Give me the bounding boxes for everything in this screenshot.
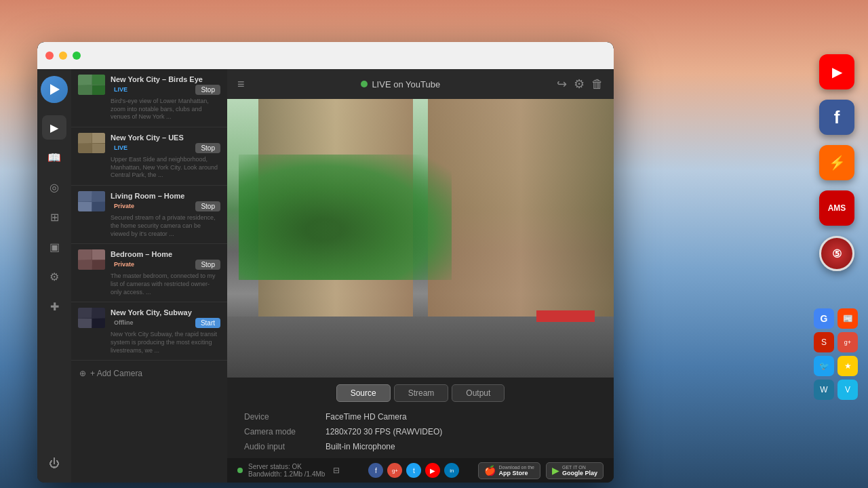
sidebar-item-power[interactable]: ⏻ [42,451,66,476]
live-indicator: LIVE on YouTube [361,79,440,89]
camera-item-nyc-ues[interactable]: New York City – UES LIVE Stop Upper East… [71,127,227,186]
google-small-icon[interactable]: G [814,308,834,329]
power-icon: ⏻ [49,458,60,470]
stop-button-living[interactable]: Stop [195,201,220,211]
facebook-social-icon[interactable]: f [368,463,383,478]
camera-mode-label: Camera mode [244,427,312,436]
audio-input-value: Built-in Microphone [326,442,395,451]
camera-list: New York City – Birds Eye LIVE Stop Bird… [71,69,227,483]
road-surface [227,317,614,378]
sidebar-item-monitor[interactable]: ▣ [42,235,66,259]
vimeo-small-icon[interactable]: V [837,380,858,400]
camera-thumb-nyc-birds [78,75,105,95]
sidebar-item-grid[interactable]: ⊞ [42,205,66,229]
bottom-panel: Source Stream Output Device FaceTime HD … [227,378,614,458]
wordpress-small-icon[interactable]: W [814,380,834,400]
maximize-button[interactable] [73,52,81,60]
stop-button-nyc-ues[interactable]: Stop [195,143,220,153]
close-button[interactable] [45,52,54,60]
reddit-small-icon[interactable]: 📰 [837,308,858,329]
camera-thumb-nyc-ues [78,133,105,153]
google-play-icon: ▶ [552,465,559,476]
camera-description: New York City Subway, the rapid transit … [111,331,220,354]
delete-button[interactable]: 🗑 [591,77,604,92]
camera-name: New York City – UES [111,134,220,142]
youtube-dock-icon[interactable]: ▶ [819,54,854,89]
twitter-small-icon[interactable]: 🐦 [814,356,834,376]
minimize-button[interactable] [59,52,67,60]
camera-thumb-bedroom [78,249,105,270]
sidebar-item-settings[interactable]: ⚙ [42,264,66,289]
monitor-icon: ▣ [50,241,60,253]
start-button-subway[interactable]: Start [195,318,220,328]
device-row: Device FaceTime HD Camera [244,412,597,422]
play-icon [50,84,60,95]
add-camera-button[interactable]: ⊕ + Add Camera [71,361,227,386]
sidebar-item-add[interactable]: ✚ [42,294,66,319]
location-icon: ◎ [50,181,59,194]
tab-source[interactable]: Source [336,384,391,402]
main-view: ≡ LIVE on YouTube ↪ ⚙ 🗑 [227,69,614,483]
audio-input-label: Audio input [244,442,312,451]
video-preview [227,99,614,378]
youtube-social-icon[interactable]: ▶ [425,463,440,478]
small-dock: G 📰 S g+ 🐦 ★ W V [814,308,858,400]
camera-name: Living Room – Home [111,192,220,200]
app-store-button[interactable]: 🍎 Download on the App Store [478,462,540,479]
tab-stream[interactable]: Stream [394,384,449,402]
flash-dock-icon[interactable]: ⚡ [819,145,854,180]
app-logo[interactable] [41,76,68,103]
social-icons: f g+ t ▶ in [368,463,459,478]
sidebar-item-home[interactable]: ▶ [42,115,66,140]
device-label: Device [244,412,312,422]
stop-button-bedroom[interactable]: Stop [195,260,220,270]
camera-thumb-subway [78,308,105,328]
s-small-icon[interactable]: S [814,332,834,352]
add-icon: ✚ [50,300,59,313]
menu-button[interactable]: ≡ [237,77,245,92]
status-bar: Server status: OK Bandwidth: 1.2Mb /1.4M… [227,458,614,483]
camera-item-nyc-birds[interactable]: New York City – Birds Eye LIVE Stop Bird… [71,69,227,127]
bandwidth-icon: ⊟ [333,466,340,475]
camera-info-nyc-birds: New York City – Birds Eye LIVE Stop [111,75,220,95]
status-badge: Offline [111,319,137,327]
facebook-dock-icon[interactable]: f [819,100,854,135]
yelp-small-icon[interactable]: ★ [837,356,858,376]
google-play-name: Google Play [562,470,597,476]
grid-icon: ⊞ [50,211,59,224]
source-details: Device FaceTime HD Camera Camera mode 12… [237,412,604,451]
ams-dock-icon[interactable]: AMS [819,190,854,226]
live-status-dot [361,81,368,87]
add-camera-label: + Add Camera [90,369,142,378]
app-store-name: App Store [498,470,534,476]
app-content: ▶ 📖 ◎ ⊞ ▣ ⚙ ✚ ⏻ [37,69,614,483]
audio-input-row: Audio input Built-in Microphone [244,442,597,451]
sidebar-item-library[interactable]: 📖 [42,145,66,169]
settings-button[interactable]: ⚙ [574,77,585,92]
google-play-button[interactable]: ▶ GET IT ON Google Play [546,462,604,479]
live-status-text: LIVE on YouTube [372,79,440,89]
stop-button-nyc-birds[interactable]: Stop [195,85,220,95]
server-status-text: Server status: OK Bandwidth: 1.2Mb /1.4M… [248,463,325,478]
sidebar-item-location[interactable]: ◎ [42,175,66,199]
status-badge: Private [111,202,138,210]
camera-mode-value: 868x488 30 FPS (RAWVIDEO) [326,427,442,436]
sidebar: ▶ 📖 ◎ ⊞ ▣ ⚙ ✚ ⏻ [37,69,71,483]
camera-description: Secured stream of a private residence, t… [111,214,220,238]
home-icon: ▶ [50,121,58,134]
camera-description: Bird's-eye view of Lower Manhattan, zoom… [111,98,220,121]
status-badge: LIVE [111,144,131,152]
twitter-social-icon[interactable]: t [406,463,421,478]
camera-item-living-room[interactable]: Living Room – Home Private Stop Secured … [71,186,227,244]
apple-icon: 🍎 [484,465,496,476]
tab-output[interactable]: Output [452,384,505,402]
google-plus-small-icon[interactable]: g+ [837,332,858,352]
camera-item-subway[interactable]: New York City, Subway Offline Start New … [71,302,227,361]
status-ok-text: Server status: OK [248,463,302,470]
google-plus-social-icon[interactable]: g+ [387,463,402,478]
camera-item-bedroom[interactable]: Bedroom – Home Private Stop The master b… [71,244,227,302]
share-button[interactable]: ↪ [557,77,567,92]
linkedin-social-icon[interactable]: in [444,463,459,478]
badge-5-icon[interactable]: ⑤ [819,236,854,271]
camera-thumb-living [78,191,105,211]
